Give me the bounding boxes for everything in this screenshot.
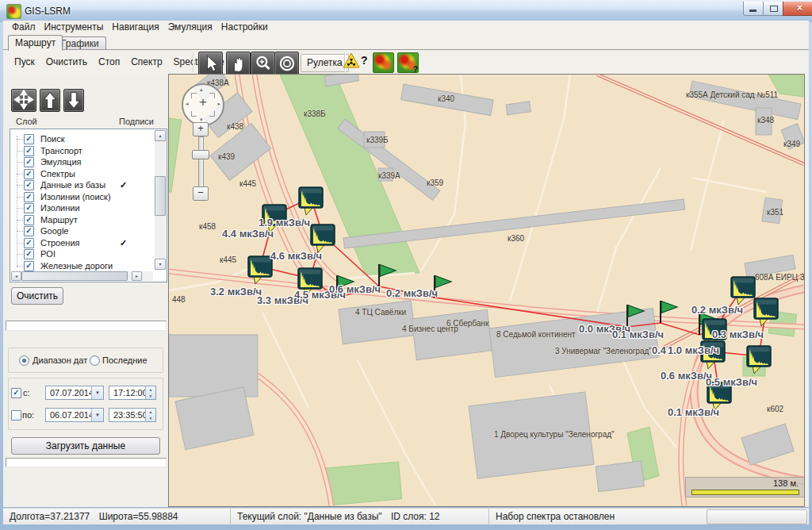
app-window: GIS-LSRM × ФайлИнструментыНавигацияЭмуля… <box>0 0 812 530</box>
scroll-down-icon[interactable]: ▾ <box>155 259 166 270</box>
menu-item-0[interactable]: Файл <box>12 21 36 34</box>
zoom-tool-button[interactable] <box>251 52 275 75</box>
layer-checkbox[interactable]: ✓ <box>24 134 34 144</box>
zoom-slider-track[interactable] <box>198 136 204 187</box>
scale-bar <box>691 490 799 495</box>
layer-row-11[interactable]: ✓Железные дороги <box>10 260 151 271</box>
spectrum-marker-6[interactable] <box>753 298 779 328</box>
layer-name-label: Строения <box>40 237 80 248</box>
load-data-button[interactable]: Загрузить данные <box>11 437 160 455</box>
vertical-scrollbar[interactable]: ▴ ▾ <box>155 130 166 270</box>
layer-checkbox[interactable]: ✓ <box>24 215 34 225</box>
place-label-24: к602 <box>767 405 783 413</box>
to-checkbox[interactable] <box>11 410 21 421</box>
toolbar-button-1[interactable]: Очистить <box>46 50 87 74</box>
horizontal-scrollbar[interactable]: ◂ ▸ <box>11 271 153 281</box>
scroll-right-icon[interactable]: ▸ <box>132 271 142 281</box>
circle-select-button[interactable] <box>274 52 299 75</box>
layer-checkbox[interactable]: ✓ <box>24 180 34 190</box>
heatmap-help-button[interactable]: ? <box>397 52 419 73</box>
cursor-tool-button[interactable] <box>198 52 223 75</box>
toolbar-button-3[interactable]: Спектр <box>131 50 162 74</box>
toolbar: ПускОчиститьСтопСпектрSpectraLine Рулетк… <box>3 49 809 75</box>
from-date-combo[interactable]: 07.07.2014 ▼ <box>45 386 104 400</box>
pan-left-icon[interactable]: ◂ <box>186 101 189 107</box>
layer-row-2[interactable]: ✓Эмуляция <box>10 156 151 167</box>
radiation-help-button[interactable]: ? <box>343 52 366 73</box>
maximize-button[interactable] <box>763 2 784 16</box>
layer-row-1[interactable]: ✓Транспорт <box>10 145 151 156</box>
layer-row-10[interactable]: ✓POI <box>10 248 151 259</box>
scroll-up-icon[interactable]: ▴ <box>155 130 166 141</box>
spinner-arrows-icon[interactable]: ▲▼ <box>145 409 155 421</box>
from-time-spinner[interactable]: 17:12:00 ▲▼ <box>109 386 156 400</box>
layer-row-6[interactable]: ✓Изолинии <box>10 202 151 213</box>
spectrum-marker-5[interactable] <box>730 276 756 306</box>
layer-row-0[interactable]: ✓Поиск <box>10 133 151 144</box>
layer-row-8[interactable]: ✓Google <box>10 225 151 236</box>
spinner-arrows-icon[interactable]: ▲▼ <box>145 386 155 399</box>
zoom-slider-handle[interactable] <box>192 150 209 159</box>
flag-marker-4[interactable] <box>658 299 679 325</box>
layer-up-button[interactable] <box>40 89 60 112</box>
layer-row-9[interactable]: ✓Строения✓ <box>10 237 151 248</box>
layer-down-button[interactable] <box>63 89 84 112</box>
zoom-in-button[interactable]: + <box>193 122 209 136</box>
chevron-down-icon[interactable]: ▼ <box>91 386 103 399</box>
place-label-4: к458 <box>199 222 216 231</box>
from-checkbox[interactable]: ✓ <box>11 388 21 398</box>
layer-checkbox[interactable]: ✓ <box>24 238 34 248</box>
layer-checkbox[interactable]: ✓ <box>24 226 34 236</box>
toolbar-button-2[interactable]: Стоп <box>98 50 120 74</box>
move-layer-button[interactable] <box>11 89 36 112</box>
corner-mark <box>191 93 197 98</box>
layer-checkbox[interactable]: ✓ <box>24 169 34 179</box>
minimize-button[interactable] <box>743 2 764 16</box>
place-label-23: 1 Дворец культуры "Зеленоград" <box>494 430 615 439</box>
layer-row-4[interactable]: ✓Данные из базы✓ <box>10 179 151 190</box>
title-bar[interactable]: GIS-LSRM × <box>0 0 812 22</box>
layer-checkbox[interactable]: ✓ <box>24 261 34 271</box>
spectrum-marker-3[interactable] <box>247 255 273 286</box>
tab-0[interactable]: Маршрут <box>8 35 63 51</box>
menu-item-4[interactable]: Настройки <box>221 21 268 34</box>
layer-checkbox[interactable]: ✓ <box>24 249 34 259</box>
layer-name-label: Спектры <box>40 168 75 179</box>
layer-checkbox[interactable]: ✓ <box>24 146 34 156</box>
map-compass[interactable]: + ▴ ▾ ◂ ▸ <box>182 83 224 126</box>
pan-right-icon[interactable]: ▸ <box>217 101 220 107</box>
chevron-down-icon[interactable]: ▼ <box>91 409 103 421</box>
latest-radio[interactable] <box>90 355 100 366</box>
menu-item-3[interactable]: Эмуляция <box>168 21 213 34</box>
layer-row-3[interactable]: ✓Спектры <box>10 168 151 179</box>
layer-row-7[interactable]: ✓Маршрут <box>10 214 151 225</box>
place-label-22: 3 Универмаг "Зеленоград" <box>555 347 652 355</box>
layer-checkbox[interactable]: ✓ <box>24 192 34 202</box>
spectrum-marker-0[interactable] <box>298 186 324 217</box>
map-view[interactable]: к438Ак438к439к445к458к445448к338Бк339Бк3… <box>169 75 804 506</box>
scroll-thumb[interactable] <box>21 271 128 281</box>
scroll-thumb[interactable] <box>155 176 166 216</box>
spectrum-marker-9[interactable] <box>746 345 772 375</box>
zoom-out-button[interactable]: − <box>193 186 209 201</box>
layer-checkbox[interactable]: ✓ <box>24 157 34 167</box>
layer-row-5[interactable]: ✓Изолинии (поиск) <box>10 191 151 202</box>
ruler-button[interactable]: Рулетка <box>301 54 349 72</box>
date-range-radio[interactable] <box>19 355 29 366</box>
menu-item-2[interactable]: Навигация <box>112 21 159 34</box>
clear-button[interactable]: Очистить <box>11 287 63 305</box>
menu-item-1[interactable]: Инструменты <box>44 21 104 34</box>
from-date-value: 07.07.2014 <box>50 386 94 399</box>
layer-name-label: Эмуляция <box>40 156 82 167</box>
layer-checkbox[interactable]: ✓ <box>24 203 34 213</box>
toolbar-button-0[interactable]: Пуск <box>14 50 35 74</box>
pan-up-icon[interactable]: ▴ <box>200 86 203 93</box>
app-icon <box>6 4 21 19</box>
pan-tool-button[interactable] <box>226 52 251 75</box>
to-time-spinner[interactable]: 23:35:50 ▲▼ <box>109 408 156 422</box>
scroll-left-icon[interactable]: ◂ <box>11 271 21 281</box>
close-button[interactable]: × <box>783 2 812 16</box>
to-date-combo[interactable]: 06.07.2014 ▼ <box>45 408 104 422</box>
tree-dash <box>17 243 23 244</box>
heatmap-button[interactable] <box>373 52 394 73</box>
